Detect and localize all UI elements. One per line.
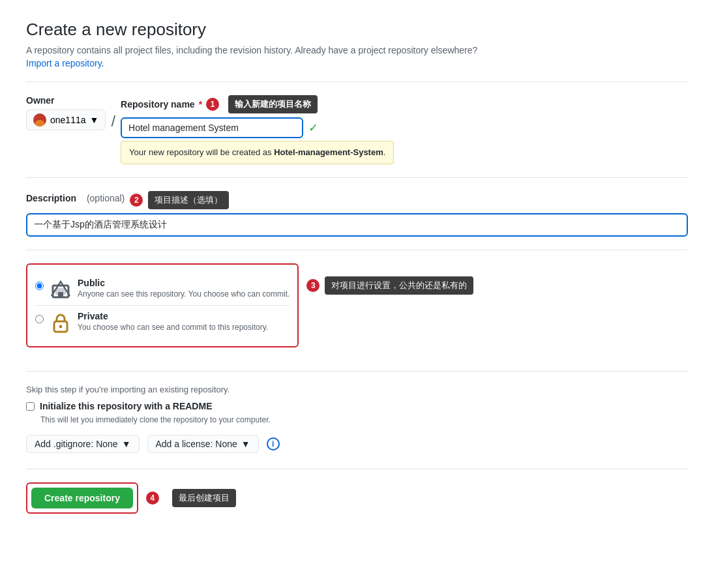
svg-point-4 xyxy=(59,325,63,329)
tooltip-repo-name: Hotel-management-System xyxy=(274,147,383,157)
divider-visibility xyxy=(26,250,688,250)
page-subtitle: A repository contains all project files,… xyxy=(26,45,688,55)
repo-name-input[interactable] xyxy=(121,117,303,138)
create-step-badge: 4 xyxy=(146,492,159,505)
private-radio[interactable] xyxy=(35,315,44,323)
required-star: * xyxy=(199,99,202,110)
initialize-skip-text: Skip this step if you're importing an ex… xyxy=(26,385,688,394)
info-icon[interactable]: i xyxy=(267,437,280,450)
divider-top xyxy=(26,81,688,82)
owner-chevron-icon: ▼ xyxy=(90,115,99,125)
readme-label: Initialize this repository with a README xyxy=(40,401,212,411)
public-icon xyxy=(50,279,71,300)
divider-init xyxy=(26,371,688,372)
repo-name-input-wrapper: ✓ xyxy=(121,117,394,138)
private-icon xyxy=(50,312,71,333)
import-link[interactable]: Import a repository. xyxy=(26,58,104,68)
owner-dropdown[interactable]: one111a ▼ xyxy=(26,110,106,130)
public-text: Public Anyone can see this repository. Y… xyxy=(78,278,290,299)
private-text: Private You choose who can see and commi… xyxy=(78,311,268,332)
description-input[interactable] xyxy=(26,213,688,237)
owner-label: Owner xyxy=(26,95,106,106)
slash-separator: / xyxy=(111,111,115,132)
create-repository-button[interactable]: Create repository xyxy=(31,488,133,508)
create-annotation: 最后创建项目 xyxy=(172,489,236,507)
divider-mid xyxy=(26,177,688,178)
visibility-section: Public Anyone can see this repository. Y… xyxy=(26,263,299,347)
public-radio[interactable] xyxy=(35,282,44,290)
owner-section: Owner one111a ▼ xyxy=(26,95,106,130)
repo-name-section: Repository name * 1 输入新建的项目名称 ✓ Your new… xyxy=(121,95,394,164)
create-button-wrapper: Create repository xyxy=(26,482,138,514)
readme-checkbox-row: Initialize this repository with a README xyxy=(26,401,688,411)
page-title: Create a new repository xyxy=(26,20,688,40)
visibility-section-wrapper: Public Anyone can see this repository. Y… xyxy=(26,263,688,358)
repo-name-step-badge: 1 xyxy=(206,98,219,111)
repo-name-tooltip: Your new repository will be created as H… xyxy=(121,141,394,164)
gitignore-dropdown[interactable]: Add .gitignore: None ▼ xyxy=(26,435,140,453)
visibility-public-option: Public Anyone can see this repository. Y… xyxy=(35,272,290,305)
readme-checkbox[interactable] xyxy=(26,402,35,411)
license-dropdown[interactable]: Add a license: None ▼ xyxy=(147,435,259,453)
readme-desc: This will let you immediately clone the … xyxy=(40,415,688,424)
dropdown-row: Add .gitignore: None ▼ Add a license: No… xyxy=(26,435,688,453)
owner-username: one111a xyxy=(50,115,86,125)
repo-name-label-row: Repository name * 1 输入新建的项目名称 xyxy=(121,95,394,113)
description-group: Description (optional) 2 项目描述（选填） xyxy=(26,191,688,237)
description-label: Description (optional) xyxy=(26,193,125,203)
gitignore-chevron-icon: ▼ xyxy=(122,439,131,449)
description-label-row: Description (optional) 2 项目描述（选填） xyxy=(26,191,688,209)
owner-avatar xyxy=(33,113,46,126)
valid-checkmark: ✓ xyxy=(308,121,318,135)
description-annotation: 项目描述（选填） xyxy=(148,191,229,209)
divider-bottom xyxy=(26,469,688,469)
create-row: Create repository 4 最后创建项目 xyxy=(26,482,688,514)
visibility-private-option: Private You choose who can see and commi… xyxy=(35,305,290,338)
svg-rect-2 xyxy=(58,292,63,297)
visibility-step-badge: 3 xyxy=(306,279,320,292)
description-step-badge: 2 xyxy=(130,194,143,207)
visibility-annotation: 对项目进行设置，公共的还是私有的 xyxy=(325,276,473,295)
repo-name-annotation: 输入新建的项目名称 xyxy=(228,95,318,113)
visibility-annotation-wrapper: 3 对项目进行设置，公共的还是私有的 xyxy=(306,276,473,295)
initialize-section: Skip this step if you're importing an ex… xyxy=(26,385,688,424)
owner-repo-row: Owner one111a ▼ / Repository name * 1 输入… xyxy=(26,95,688,164)
license-chevron-icon: ▼ xyxy=(241,439,250,449)
